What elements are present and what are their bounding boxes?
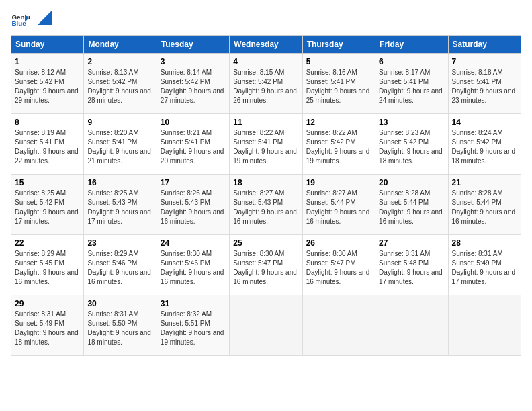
calendar-cell: 7 Sunrise: 8:18 AMSunset: 5:41 PMDayligh…	[448, 54, 521, 114]
calendar-cell	[448, 295, 521, 356]
cell-content: Sunrise: 8:32 AMSunset: 5:51 PMDaylight:…	[161, 310, 224, 346]
day-header-monday: Monday	[84, 36, 157, 54]
calendar-cell	[375, 295, 448, 356]
day-number: 9	[87, 118, 152, 127]
week-row-1: 1 Sunrise: 8:12 AMSunset: 5:42 PMDayligh…	[11, 54, 521, 114]
day-number: 30	[87, 299, 152, 308]
cell-content: Sunrise: 8:31 AMSunset: 5:49 PMDaylight:…	[15, 310, 79, 346]
cell-content: Sunrise: 8:29 AMSunset: 5:46 PMDaylight:…	[87, 250, 151, 285]
logo-icon: General Blue	[11, 11, 30, 30]
day-number: 4	[233, 57, 298, 66]
day-number: 1	[15, 57, 80, 66]
cell-content: Sunrise: 8:24 AMSunset: 5:42 PMDaylight:…	[452, 129, 516, 165]
logo: General Blue	[11, 11, 52, 30]
day-number: 7	[452, 57, 517, 66]
day-number: 26	[306, 238, 371, 248]
day-number: 6	[379, 57, 444, 66]
cell-content: Sunrise: 8:27 AMSunset: 5:43 PMDaylight:…	[233, 189, 297, 225]
calendar-cell: 1 Sunrise: 8:12 AMSunset: 5:42 PMDayligh…	[11, 54, 84, 114]
day-number: 29	[15, 299, 80, 308]
week-row-3: 15 Sunrise: 8:25 AMSunset: 5:42 PMDaylig…	[11, 175, 521, 235]
calendar-cell: 28 Sunrise: 8:31 AMSunset: 5:49 PMDaylig…	[448, 235, 521, 295]
day-number: 2	[87, 57, 152, 66]
day-header-saturday: Saturday	[448, 36, 521, 54]
calendar-cell: 17 Sunrise: 8:26 AMSunset: 5:43 PMDaylig…	[157, 175, 229, 235]
cell-content: Sunrise: 8:31 AMSunset: 5:50 PMDaylight:…	[87, 310, 151, 346]
calendar-cell: 18 Sunrise: 8:27 AMSunset: 5:43 PMDaylig…	[230, 175, 302, 235]
cell-content: Sunrise: 8:29 AMSunset: 5:45 PMDaylight:…	[15, 250, 79, 285]
calendar-cell	[230, 295, 302, 356]
cell-content: Sunrise: 8:27 AMSunset: 5:44 PMDaylight:…	[306, 189, 370, 225]
cell-content: Sunrise: 8:22 AMSunset: 5:41 PMDaylight:…	[233, 129, 297, 165]
calendar-cell: 11 Sunrise: 8:22 AMSunset: 5:41 PMDaylig…	[230, 114, 302, 175]
day-number: 22	[15, 238, 80, 248]
calendar-cell: 3 Sunrise: 8:14 AMSunset: 5:42 PMDayligh…	[157, 54, 229, 114]
day-number: 8	[15, 118, 80, 127]
cell-content: Sunrise: 8:30 AMSunset: 5:47 PMDaylight:…	[306, 250, 370, 285]
day-number: 27	[379, 238, 444, 248]
calendar-cell: 16 Sunrise: 8:25 AMSunset: 5:43 PMDaylig…	[84, 175, 157, 235]
calendar-cell	[302, 295, 375, 356]
cell-content: Sunrise: 8:23 AMSunset: 5:42 PMDaylight:…	[379, 129, 443, 165]
day-number: 12	[306, 118, 371, 127]
week-row-2: 8 Sunrise: 8:19 AMSunset: 5:41 PMDayligh…	[11, 114, 521, 175]
calendar-cell: 15 Sunrise: 8:25 AMSunset: 5:42 PMDaylig…	[11, 175, 84, 235]
day-number: 13	[379, 118, 444, 127]
calendar-header: SundayMondayTuesdayWednesdayThursdayFrid…	[11, 36, 521, 54]
week-row-4: 22 Sunrise: 8:29 AMSunset: 5:45 PMDaylig…	[11, 235, 521, 295]
day-number: 28	[452, 238, 517, 248]
cell-content: Sunrise: 8:12 AMSunset: 5:42 PMDaylight:…	[15, 68, 79, 104]
cell-content: Sunrise: 8:30 AMSunset: 5:47 PMDaylight:…	[233, 250, 297, 285]
cell-content: Sunrise: 8:30 AMSunset: 5:46 PMDaylight:…	[161, 250, 224, 285]
calendar-cell: 13 Sunrise: 8:23 AMSunset: 5:42 PMDaylig…	[375, 114, 448, 175]
calendar-cell: 31 Sunrise: 8:32 AMSunset: 5:51 PMDaylig…	[157, 295, 229, 356]
cell-content: Sunrise: 8:19 AMSunset: 5:41 PMDaylight:…	[15, 129, 79, 165]
day-number: 17	[161, 178, 226, 187]
cell-content: Sunrise: 8:31 AMSunset: 5:49 PMDaylight:…	[452, 250, 516, 285]
calendar-cell: 5 Sunrise: 8:16 AMSunset: 5:41 PMDayligh…	[302, 54, 375, 114]
cell-content: Sunrise: 8:31 AMSunset: 5:48 PMDaylight:…	[379, 250, 443, 285]
calendar-cell: 14 Sunrise: 8:24 AMSunset: 5:42 PMDaylig…	[448, 114, 521, 175]
calendar-cell: 24 Sunrise: 8:30 AMSunset: 5:46 PMDaylig…	[157, 235, 229, 295]
calendar-cell: 2 Sunrise: 8:13 AMSunset: 5:42 PMDayligh…	[84, 54, 157, 114]
day-number: 16	[87, 178, 152, 187]
calendar-cell: 30 Sunrise: 8:31 AMSunset: 5:50 PMDaylig…	[84, 295, 157, 356]
day-header-friday: Friday	[375, 36, 448, 54]
calendar-cell: 26 Sunrise: 8:30 AMSunset: 5:47 PMDaylig…	[302, 235, 375, 295]
day-number: 21	[452, 178, 517, 187]
cell-content: Sunrise: 8:26 AMSunset: 5:43 PMDaylight:…	[161, 189, 224, 225]
calendar-cell: 4 Sunrise: 8:15 AMSunset: 5:42 PMDayligh…	[230, 54, 302, 114]
cell-content: Sunrise: 8:14 AMSunset: 5:42 PMDaylight:…	[161, 68, 224, 104]
day-number: 24	[161, 238, 226, 248]
day-number: 31	[161, 299, 226, 308]
cell-content: Sunrise: 8:16 AMSunset: 5:41 PMDaylight:…	[306, 68, 370, 104]
day-number: 10	[161, 118, 226, 127]
calendar-cell: 6 Sunrise: 8:17 AMSunset: 5:41 PMDayligh…	[375, 54, 448, 114]
day-number: 3	[161, 57, 226, 66]
calendar-table: SundayMondayTuesdayWednesdayThursdayFrid…	[11, 35, 521, 356]
calendar-cell: 29 Sunrise: 8:31 AMSunset: 5:49 PMDaylig…	[11, 295, 84, 356]
day-number: 5	[306, 57, 371, 66]
calendar-cell: 10 Sunrise: 8:21 AMSunset: 5:41 PMDaylig…	[157, 114, 229, 175]
calendar-cell: 9 Sunrise: 8:20 AMSunset: 5:41 PMDayligh…	[84, 114, 157, 175]
day-number: 19	[306, 178, 371, 187]
cell-content: Sunrise: 8:13 AMSunset: 5:42 PMDaylight:…	[87, 68, 151, 104]
day-header-sunday: Sunday	[11, 36, 84, 54]
day-number: 25	[233, 238, 298, 248]
day-number: 18	[233, 178, 298, 187]
cell-content: Sunrise: 8:17 AMSunset: 5:41 PMDaylight:…	[379, 68, 443, 104]
svg-text:Blue: Blue	[11, 19, 26, 27]
cell-content: Sunrise: 8:25 AMSunset: 5:42 PMDaylight:…	[15, 189, 79, 225]
day-number: 11	[233, 118, 298, 127]
cell-content: Sunrise: 8:28 AMSunset: 5:44 PMDaylight:…	[379, 189, 443, 225]
calendar-cell: 20 Sunrise: 8:28 AMSunset: 5:44 PMDaylig…	[375, 175, 448, 235]
cell-content: Sunrise: 8:20 AMSunset: 5:41 PMDaylight:…	[87, 129, 151, 165]
day-number: 23	[87, 238, 152, 248]
calendar-cell: 27 Sunrise: 8:31 AMSunset: 5:48 PMDaylig…	[375, 235, 448, 295]
cell-content: Sunrise: 8:25 AMSunset: 5:43 PMDaylight:…	[87, 189, 151, 225]
calendar-cell: 21 Sunrise: 8:28 AMSunset: 5:44 PMDaylig…	[448, 175, 521, 235]
cell-content: Sunrise: 8:21 AMSunset: 5:41 PMDaylight:…	[161, 129, 224, 165]
calendar-cell: 23 Sunrise: 8:29 AMSunset: 5:46 PMDaylig…	[84, 235, 157, 295]
calendar-cell: 19 Sunrise: 8:27 AMSunset: 5:44 PMDaylig…	[302, 175, 375, 235]
calendar-cell: 12 Sunrise: 8:22 AMSunset: 5:42 PMDaylig…	[302, 114, 375, 175]
